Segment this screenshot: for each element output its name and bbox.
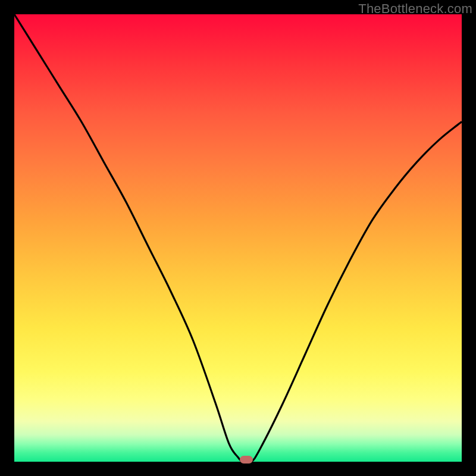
- optimal-marker: [240, 456, 253, 464]
- bottleneck-curve: [14, 14, 462, 462]
- watermark-text: TheBottleneck.com: [358, 1, 472, 17]
- plot-area: [14, 14, 462, 462]
- chart-frame: TheBottleneck.com: [0, 0, 476, 476]
- curve-path: [14, 14, 462, 463]
